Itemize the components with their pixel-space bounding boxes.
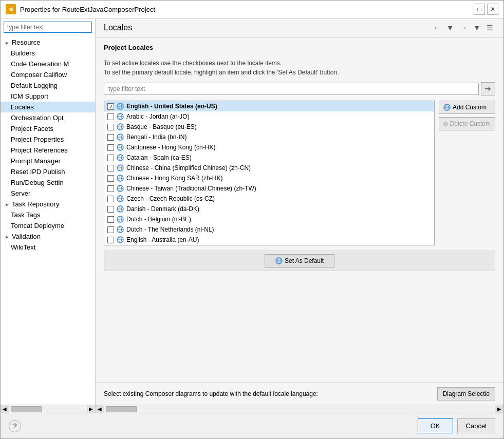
sidebar-scroll-left-button[interactable]: ◀ xyxy=(1,405,9,413)
sidebar-item-validation[interactable]: ►Validation xyxy=(1,231,95,242)
set-as-default-label: Set As Default xyxy=(285,257,324,264)
sidebar-item-icm-support[interactable]: ICM Support xyxy=(1,91,95,102)
sidebar-item-project-references[interactable]: Project References xyxy=(1,145,95,156)
sidebar-item-task-tags[interactable]: Task Tags xyxy=(1,209,95,220)
locale-checkbox-en-US[interactable] xyxy=(107,103,114,110)
sidebar-item-task-repository[interactable]: ►Task Repository xyxy=(1,199,95,209)
locale-filter-row xyxy=(104,82,495,96)
locale-item-en-US[interactable]: English - United States (en-US) xyxy=(104,101,434,111)
locale-item-bn-IN[interactable]: Bengali - India (bn-IN) xyxy=(104,132,434,142)
sidebar-horiz-scrollbar[interactable]: ◀ ▶ xyxy=(1,405,95,413)
delete-custom-button[interactable]: Delete Custom xyxy=(439,117,495,130)
sidebar-item-label-tomcat-deployment: Tomcat Deployme xyxy=(11,222,64,230)
sidebar-item-wikitext[interactable]: WikiText xyxy=(1,242,95,253)
cancel-button[interactable]: Cancel xyxy=(457,418,495,433)
sidebar-item-tomcat-deployment[interactable]: Tomcat Deployme xyxy=(1,220,95,231)
locale-item-cn-HK[interactable]: Cantonese - Hong Kong (cn-HK) xyxy=(104,142,434,152)
locale-filter-input[interactable] xyxy=(104,83,479,95)
delete-custom-label: Delete Custom xyxy=(450,120,491,127)
svg-marker-1 xyxy=(489,86,491,91)
locale-item-nl-BE[interactable]: Dutch - Belgium (nl-BE) xyxy=(104,214,434,224)
locale-list-area: English - United States (en-US) Arabic -… xyxy=(104,101,495,245)
dialog-title: Properties for RouteExtJavaComposerProje… xyxy=(20,6,155,13)
locale-item-en-AU[interactable]: English - Australia (en-AU) xyxy=(104,235,434,245)
nav-forward-button[interactable]: → xyxy=(458,23,469,33)
sidebar-item-default-logging[interactable]: Default Logging xyxy=(1,80,95,91)
sidebar-item-label-prompt-manager: Prompt Manager xyxy=(11,157,61,165)
locale-checkbox-nl-BE[interactable] xyxy=(107,216,114,223)
locale-item-zh-TW[interactable]: Chinese - Taiwan (Traditional Chinese) (… xyxy=(104,183,434,194)
locale-checkbox-cn-HK[interactable] xyxy=(107,144,114,151)
locale-checkbox-zh-CN[interactable] xyxy=(107,165,114,171)
diagram-selection-button[interactable]: Diagram Selectio xyxy=(437,387,495,400)
diagram-selection-label: Diagram Selectio xyxy=(443,390,490,397)
locale-item-ca-ES[interactable]: Catalan - Spain (ca-ES) xyxy=(104,152,434,163)
nav-dropdown-button[interactable]: ▼ xyxy=(444,23,456,33)
sidebar-item-label-builders: Builders xyxy=(11,49,35,57)
sidebar-item-label-code-generation: Code Generation M xyxy=(11,60,69,68)
locale-label-eu-ES: Basque - Basque (eu-ES) xyxy=(126,123,197,130)
locale-label-cs-CZ: Czech - Czech Republic (cs-CZ) xyxy=(126,195,215,202)
locale-item-ar-JO[interactable]: Arabic - Jordan (ar-JO) xyxy=(104,111,434,122)
footer-left: ? xyxy=(9,420,21,432)
locale-checkbox-da-DK[interactable] xyxy=(107,206,114,213)
locale-item-eu-ES[interactable]: Basque - Basque (eu-ES) xyxy=(104,122,434,132)
sidebar-item-prompt-manager[interactable]: Prompt Manager xyxy=(1,156,95,166)
sidebar-item-composer-callflow[interactable]: Composer Callflow xyxy=(1,69,95,80)
content-scroll-right-button[interactable]: ▶ xyxy=(495,405,503,413)
section-title: Project Locales xyxy=(104,44,495,51)
main-area: ►Resource Builders Code Generation M Com… xyxy=(1,18,503,413)
sidebar-item-code-generation[interactable]: Code Generation M xyxy=(1,59,95,69)
sidebar-item-reset-ipd-publish[interactable]: Reset IPD Publish xyxy=(1,166,95,177)
locale-list[interactable]: English - United States (en-US) Arabic -… xyxy=(104,101,435,245)
locale-label-nl-BE: Dutch - Belgium (nl-BE) xyxy=(126,216,191,223)
content-area: Locales ← ▼ → ▼ ☰ Project Locales To set… xyxy=(96,18,503,413)
locale-item-zh-CN[interactable]: Chinese - China (Simplified Chinese) (zh… xyxy=(104,163,434,173)
sidebar-item-run-debug[interactable]: Run/Debug Settin xyxy=(1,177,95,188)
sidebar-item-server[interactable]: Server xyxy=(1,188,95,199)
locale-checkbox-ar-JO[interactable] xyxy=(107,113,114,120)
nav-back-button[interactable]: ← xyxy=(431,23,442,33)
nav-forward-dropdown-button[interactable]: ▼ xyxy=(471,23,482,33)
nav-menu-button[interactable]: ☰ xyxy=(484,23,495,33)
locale-item-nl-NL[interactable]: Dutch - The Netherlands (nl-NL) xyxy=(104,224,434,235)
dialog-footer: ? OK Cancel xyxy=(1,413,503,438)
content-header: Locales ← ▼ → ▼ ☰ xyxy=(96,18,503,37)
set-as-default-button[interactable]: Set As Default xyxy=(265,254,334,268)
globe-icon-cs-CZ xyxy=(117,195,124,202)
help-button[interactable]: ? xyxy=(9,420,21,432)
header-nav: ← ▼ → ▼ ☰ xyxy=(431,23,495,33)
content-title: Locales xyxy=(104,23,132,32)
content-scroll-left-button[interactable]: ◀ xyxy=(96,405,104,413)
content-horiz-scrollbar[interactable]: ◀ ▶ xyxy=(96,405,503,413)
sidebar-item-orchestration-opt[interactable]: Orchestration Opt xyxy=(1,112,95,123)
sidebar-scroll-track xyxy=(9,405,87,413)
locale-checkbox-eu-ES[interactable] xyxy=(107,124,114,130)
sidebar-scroll-right-button[interactable]: ▶ xyxy=(87,405,95,413)
locale-checkbox-bn-IN[interactable] xyxy=(107,134,114,141)
locale-item-zh-HK[interactable]: Chinese - Hong Kong SAR (zh-HK) xyxy=(104,173,434,183)
sidebar-item-project-properties[interactable]: Project Properties xyxy=(1,134,95,145)
locale-item-da-DK[interactable]: Danish - Denmark (da-DK) xyxy=(104,204,434,214)
add-custom-button[interactable]: Add Custom xyxy=(439,101,495,114)
locale-checkbox-zh-TW[interactable] xyxy=(107,185,114,192)
locale-item-cs-CZ[interactable]: Czech - Czech Republic (cs-CZ) xyxy=(104,194,434,204)
locale-label-zh-CN: Chinese - China (Simplified Chinese) (zh… xyxy=(126,164,251,171)
sidebar-filter-input[interactable] xyxy=(4,22,92,33)
sidebar-item-builders[interactable]: Builders xyxy=(1,48,95,59)
sidebar-item-locales[interactable]: Locales xyxy=(1,102,95,112)
sidebar-item-resource[interactable]: ►Resource xyxy=(1,37,95,48)
sidebar-item-label-project-facets: Project Facets xyxy=(11,125,53,132)
footer-right: OK Cancel xyxy=(418,418,495,433)
locale-checkbox-en-AU[interactable] xyxy=(107,237,114,243)
locale-filter-clear-button[interactable] xyxy=(481,82,495,96)
maximize-button[interactable]: □ xyxy=(474,4,485,15)
close-button[interactable]: ✕ xyxy=(487,4,498,15)
ok-button[interactable]: OK xyxy=(418,418,453,433)
sidebar-item-project-facets[interactable]: Project Facets xyxy=(1,123,95,134)
locale-checkbox-ca-ES[interactable] xyxy=(107,155,114,161)
locale-checkbox-nl-NL[interactable] xyxy=(107,226,114,233)
locale-checkbox-zh-HK[interactable] xyxy=(107,175,114,182)
globe-icon-nl-NL xyxy=(117,226,124,233)
locale-checkbox-cs-CZ[interactable] xyxy=(107,196,114,202)
